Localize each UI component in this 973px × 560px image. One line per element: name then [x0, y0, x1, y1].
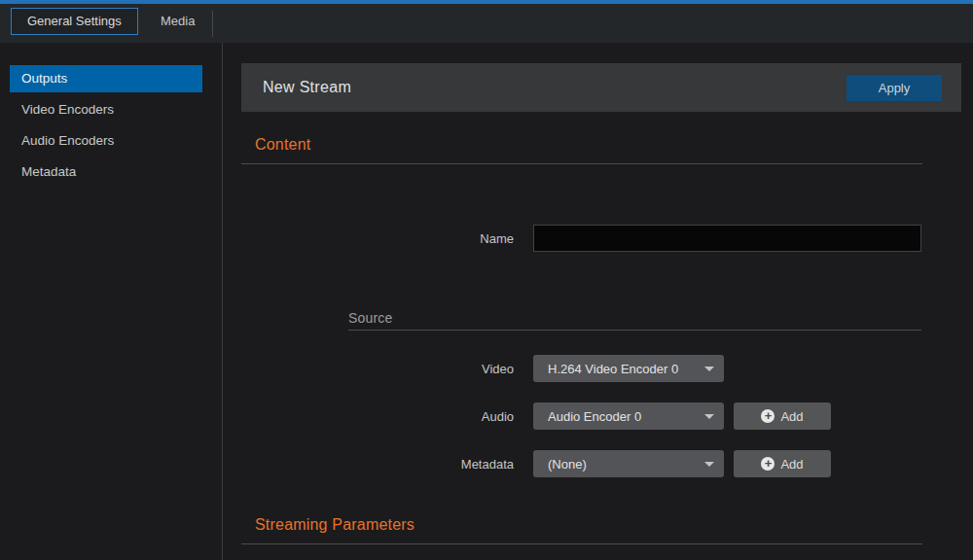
chevron-down-icon: [704, 414, 714, 419]
tab-general-settings[interactable]: General Settings: [11, 8, 138, 35]
chevron-down-icon: [704, 462, 714, 467]
sidebar-divider: [222, 43, 223, 560]
section-divider: [241, 163, 922, 164]
source-divider: [348, 330, 921, 331]
metadata-row: Metadata (None) + Add: [241, 450, 961, 477]
sidebar-item-video-encoders[interactable]: Video Encoders: [10, 96, 202, 123]
section-heading-streaming-parameters: Streaming Parameters: [255, 516, 961, 534]
metadata-source-selected: (None): [548, 457, 704, 472]
name-row: Name: [241, 225, 961, 252]
audio-label: Audio: [241, 409, 514, 424]
main-panel: New Stream Apply Content Name Source Vid…: [241, 43, 961, 544]
page-title: New Stream: [263, 79, 351, 96]
plus-circle-icon: +: [761, 457, 775, 471]
plus-circle-icon: +: [761, 409, 775, 423]
audio-source-dropdown[interactable]: Audio Encoder 0: [533, 402, 724, 430]
chevron-down-icon: [704, 367, 714, 371]
source-subheading: Source: [348, 310, 961, 326]
video-source-dropdown[interactable]: H.264 Video Encoder 0: [533, 355, 724, 382]
sidebar-nav: Outputs Video Encoders Audio Encoders Me…: [0, 43, 222, 560]
section-heading-content: Content: [255, 136, 961, 154]
panel-header: New Stream Apply: [241, 63, 961, 112]
video-source-selected: H.264 Video Encoder 0: [548, 362, 704, 376]
add-audio-button[interactable]: + Add: [734, 402, 831, 430]
add-metadata-label: Add: [780, 457, 803, 472]
metadata-source-dropdown[interactable]: (None): [533, 450, 724, 477]
sidebar-item-metadata[interactable]: Metadata: [10, 158, 202, 186]
tab-bar-divider: [212, 11, 213, 37]
section-divider: [241, 543, 922, 544]
audio-source-selected: Audio Encoder 0: [548, 409, 704, 424]
add-audio-label: Add: [780, 409, 803, 424]
name-input[interactable]: [533, 225, 921, 252]
sidebar-item-outputs[interactable]: Outputs: [10, 65, 202, 92]
video-label: Video: [241, 362, 514, 376]
sidebar-item-audio-encoders[interactable]: Audio Encoders: [10, 127, 202, 155]
video-row: Video H.264 Video Encoder 0: [241, 355, 961, 382]
apply-button[interactable]: Apply: [847, 75, 942, 101]
metadata-label: Metadata: [241, 457, 514, 472]
name-label: Name: [241, 231, 514, 246]
tab-media[interactable]: Media: [144, 8, 211, 35]
audio-row: Audio Audio Encoder 0 + Add: [241, 402, 961, 430]
add-metadata-button[interactable]: + Add: [734, 450, 831, 477]
top-tab-bar: General Settings Media: [0, 4, 973, 43]
